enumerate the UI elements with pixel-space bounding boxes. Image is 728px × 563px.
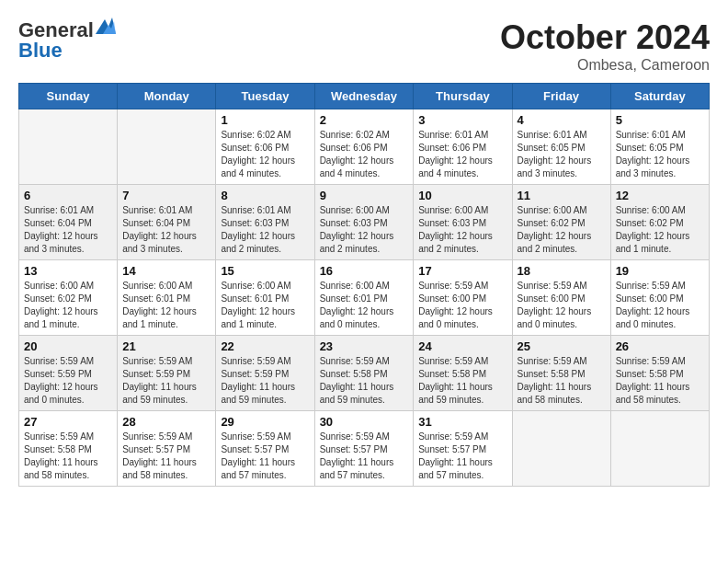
day-info: Sunrise: 6:00 AM Sunset: 6:03 PM Dayligh… bbox=[320, 204, 409, 256]
header-tuesday: Tuesday bbox=[216, 84, 314, 109]
calendar-day-cell: 22Sunrise: 5:59 AM Sunset: 5:59 PM Dayli… bbox=[216, 336, 314, 411]
calendar-day-cell bbox=[19, 109, 118, 185]
day-info: Sunrise: 6:01 AM Sunset: 6:05 PM Dayligh… bbox=[616, 129, 704, 180]
calendar-day-cell: 4Sunrise: 6:01 AM Sunset: 6:05 PM Daylig… bbox=[512, 109, 610, 185]
header-sunday: Sunday bbox=[19, 84, 118, 109]
day-info: Sunrise: 6:01 AM Sunset: 6:03 PM Dayligh… bbox=[221, 204, 309, 256]
calendar-day-cell: 23Sunrise: 5:59 AM Sunset: 5:58 PM Dayli… bbox=[314, 336, 414, 411]
day-number: 21 bbox=[122, 339, 210, 353]
header-saturday: Saturday bbox=[610, 84, 709, 109]
day-number: 1 bbox=[221, 113, 309, 127]
title-section: October 2024 Ombesa, Cameroon bbox=[500, 18, 710, 74]
day-info: Sunrise: 5:59 AM Sunset: 5:58 PM Dayligh… bbox=[616, 355, 704, 407]
calendar-day-cell: 1Sunrise: 6:02 AM Sunset: 6:06 PM Daylig… bbox=[216, 109, 314, 185]
calendar-day-cell: 17Sunrise: 5:59 AM Sunset: 6:00 PM Dayli… bbox=[414, 260, 512, 336]
page-header: General Blue October 2024 Ombesa, Camero… bbox=[18, 18, 710, 74]
day-number: 20 bbox=[24, 339, 112, 353]
day-info: Sunrise: 6:01 AM Sunset: 6:04 PM Dayligh… bbox=[24, 204, 112, 256]
month-title: October 2024 bbox=[500, 18, 710, 57]
day-info: Sunrise: 6:00 AM Sunset: 6:01 PM Dayligh… bbox=[320, 280, 409, 331]
calendar-week-row: 27Sunrise: 5:59 AM Sunset: 5:58 PM Dayli… bbox=[19, 411, 710, 487]
calendar-day-cell: 27Sunrise: 5:59 AM Sunset: 5:58 PM Dayli… bbox=[19, 411, 118, 487]
day-number: 10 bbox=[418, 189, 506, 202]
location-subtitle: Ombesa, Cameroon bbox=[500, 57, 710, 74]
calendar-day-cell: 24Sunrise: 5:59 AM Sunset: 5:58 PM Dayli… bbox=[414, 336, 512, 411]
day-info: Sunrise: 5:59 AM Sunset: 5:57 PM Dayligh… bbox=[122, 431, 210, 482]
header-monday: Monday bbox=[118, 84, 216, 109]
day-info: Sunrise: 5:59 AM Sunset: 5:59 PM Dayligh… bbox=[122, 355, 210, 407]
day-info: Sunrise: 6:00 AM Sunset: 6:02 PM Dayligh… bbox=[24, 280, 112, 331]
calendar-day-cell: 15Sunrise: 6:00 AM Sunset: 6:01 PM Dayli… bbox=[216, 260, 314, 336]
calendar-day-cell: 3Sunrise: 6:01 AM Sunset: 6:06 PM Daylig… bbox=[414, 109, 512, 185]
day-number: 24 bbox=[418, 339, 506, 353]
calendar-day-cell: 28Sunrise: 5:59 AM Sunset: 5:57 PM Dayli… bbox=[118, 411, 216, 487]
logo: General Blue bbox=[18, 18, 116, 63]
day-info: Sunrise: 5:59 AM Sunset: 5:57 PM Dayligh… bbox=[320, 431, 409, 482]
calendar-day-cell: 21Sunrise: 5:59 AM Sunset: 5:59 PM Dayli… bbox=[118, 336, 216, 411]
day-number: 26 bbox=[616, 339, 704, 353]
calendar-day-cell: 18Sunrise: 5:59 AM Sunset: 6:00 PM Dayli… bbox=[512, 260, 610, 336]
calendar-day-cell: 13Sunrise: 6:00 AM Sunset: 6:02 PM Dayli… bbox=[19, 260, 118, 336]
day-number: 3 bbox=[418, 113, 506, 127]
calendar-day-cell: 26Sunrise: 5:59 AM Sunset: 5:58 PM Dayli… bbox=[610, 336, 709, 411]
calendar-day-cell: 2Sunrise: 6:02 AM Sunset: 6:06 PM Daylig… bbox=[314, 109, 414, 185]
day-info: Sunrise: 6:00 AM Sunset: 6:01 PM Dayligh… bbox=[122, 280, 210, 331]
day-info: Sunrise: 6:00 AM Sunset: 6:02 PM Dayligh… bbox=[518, 204, 606, 256]
day-number: 29 bbox=[221, 415, 309, 429]
calendar-day-cell bbox=[610, 411, 709, 487]
day-number: 8 bbox=[221, 189, 309, 202]
day-number: 22 bbox=[221, 339, 309, 353]
calendar-day-cell: 19Sunrise: 5:59 AM Sunset: 6:00 PM Dayli… bbox=[610, 260, 709, 336]
day-number: 25 bbox=[518, 339, 606, 353]
calendar-day-cell: 6Sunrise: 6:01 AM Sunset: 6:04 PM Daylig… bbox=[19, 185, 118, 260]
day-number: 2 bbox=[320, 113, 409, 127]
day-number: 13 bbox=[24, 264, 112, 278]
calendar-week-row: 1Sunrise: 6:02 AM Sunset: 6:06 PM Daylig… bbox=[19, 109, 710, 185]
day-info: Sunrise: 6:01 AM Sunset: 6:05 PM Dayligh… bbox=[518, 129, 606, 180]
calendar-day-cell bbox=[512, 411, 610, 487]
day-number: 7 bbox=[122, 189, 210, 202]
day-info: Sunrise: 5:59 AM Sunset: 6:00 PM Dayligh… bbox=[518, 280, 606, 331]
day-number: 12 bbox=[616, 189, 704, 202]
day-info: Sunrise: 6:01 AM Sunset: 6:04 PM Dayligh… bbox=[122, 204, 210, 256]
weekday-header-row: Sunday Monday Tuesday Wednesday Thursday… bbox=[19, 84, 710, 109]
day-number: 11 bbox=[518, 189, 606, 202]
calendar-week-row: 13Sunrise: 6:00 AM Sunset: 6:02 PM Dayli… bbox=[19, 260, 710, 336]
day-number: 16 bbox=[320, 264, 409, 278]
calendar-day-cell: 12Sunrise: 6:00 AM Sunset: 6:02 PM Dayli… bbox=[610, 185, 709, 260]
calendar-day-cell: 20Sunrise: 5:59 AM Sunset: 5:59 PM Dayli… bbox=[19, 336, 118, 411]
day-number: 14 bbox=[122, 264, 210, 278]
day-info: Sunrise: 5:59 AM Sunset: 5:58 PM Dayligh… bbox=[24, 431, 112, 482]
day-info: Sunrise: 5:59 AM Sunset: 5:58 PM Dayligh… bbox=[518, 355, 606, 407]
calendar-day-cell: 9Sunrise: 6:00 AM Sunset: 6:03 PM Daylig… bbox=[314, 185, 414, 260]
calendar-day-cell: 10Sunrise: 6:00 AM Sunset: 6:03 PM Dayli… bbox=[414, 185, 512, 260]
calendar-day-cell: 7Sunrise: 6:01 AM Sunset: 6:04 PM Daylig… bbox=[118, 185, 216, 260]
calendar-day-cell: 25Sunrise: 5:59 AM Sunset: 5:58 PM Dayli… bbox=[512, 336, 610, 411]
day-info: Sunrise: 5:59 AM Sunset: 6:00 PM Dayligh… bbox=[418, 280, 506, 331]
header-thursday: Thursday bbox=[414, 84, 512, 109]
calendar-day-cell: 11Sunrise: 6:00 AM Sunset: 6:02 PM Dayli… bbox=[512, 185, 610, 260]
header-wednesday: Wednesday bbox=[314, 84, 414, 109]
day-info: Sunrise: 6:00 AM Sunset: 6:01 PM Dayligh… bbox=[221, 280, 309, 331]
calendar-day-cell: 14Sunrise: 6:00 AM Sunset: 6:01 PM Dayli… bbox=[118, 260, 216, 336]
calendar-week-row: 20Sunrise: 5:59 AM Sunset: 5:59 PM Dayli… bbox=[19, 336, 710, 411]
day-info: Sunrise: 5:59 AM Sunset: 5:57 PM Dayligh… bbox=[221, 431, 309, 482]
day-number: 17 bbox=[418, 264, 506, 278]
calendar-week-row: 6Sunrise: 6:01 AM Sunset: 6:04 PM Daylig… bbox=[19, 185, 710, 260]
calendar-day-cell: 30Sunrise: 5:59 AM Sunset: 5:57 PM Dayli… bbox=[314, 411, 414, 487]
day-number: 27 bbox=[24, 415, 112, 429]
day-number: 6 bbox=[24, 189, 112, 202]
day-info: Sunrise: 6:01 AM Sunset: 6:06 PM Dayligh… bbox=[418, 129, 506, 180]
calendar-day-cell bbox=[118, 109, 216, 185]
calendar-day-cell: 5Sunrise: 6:01 AM Sunset: 6:05 PM Daylig… bbox=[610, 109, 709, 185]
day-info: Sunrise: 5:59 AM Sunset: 5:59 PM Dayligh… bbox=[221, 355, 309, 407]
calendar-table: Sunday Monday Tuesday Wednesday Thursday… bbox=[18, 83, 710, 487]
day-info: Sunrise: 5:59 AM Sunset: 6:00 PM Dayligh… bbox=[616, 280, 704, 331]
logo-blue-text: Blue bbox=[18, 39, 63, 62]
header-friday: Friday bbox=[512, 84, 610, 109]
day-info: Sunrise: 6:02 AM Sunset: 6:06 PM Dayligh… bbox=[221, 129, 309, 180]
day-number: 28 bbox=[122, 415, 210, 429]
day-number: 15 bbox=[221, 264, 309, 278]
day-info: Sunrise: 5:59 AM Sunset: 5:59 PM Dayligh… bbox=[24, 355, 112, 407]
day-number: 5 bbox=[616, 113, 704, 127]
